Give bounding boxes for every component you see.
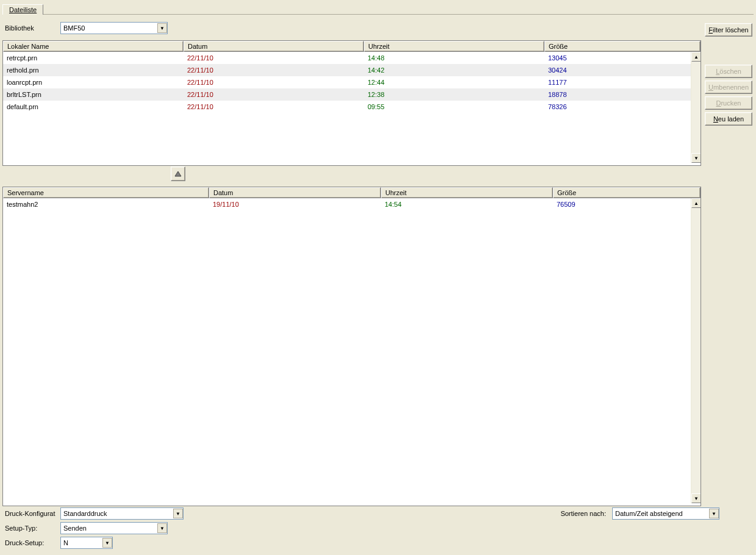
chevron-down-icon: ▼ (102, 538, 112, 548)
filter-clear-button[interactable]: Filter löschen (705, 23, 752, 37)
scroll-up-icon[interactable]: ▲ (691, 52, 701, 62)
cell-date: 22/11/10 (184, 102, 364, 112)
tab-file-list[interactable]: Dateiliste (2, 4, 43, 15)
library-combo[interactable]: BMF50 ▼ (60, 22, 168, 34)
cell-name: brltrLST.prn (3, 90, 184, 99)
col-header-date[interactable]: Datum (209, 187, 381, 198)
col-header-time[interactable]: Uhrzeit (364, 41, 544, 52)
scrollbar[interactable]: ▲ ▼ (691, 52, 701, 163)
cell-size: 18878 (544, 90, 691, 99)
cell-name: rethold.prn (3, 65, 184, 75)
cell-name: default.prn (3, 102, 184, 112)
upload-button[interactable] (171, 167, 185, 181)
scroll-down-icon[interactable]: ▼ (691, 493, 701, 503)
col-header-local-name[interactable]: Lokaler Name (3, 41, 184, 52)
sort-value: Datum/Zeit absteigend (615, 510, 683, 517)
print-config-label: Druck-Konfigurat (2, 510, 60, 517)
cell-size: 78326 (544, 102, 691, 112)
cell-size: 30424 (544, 65, 691, 75)
table-row[interactable]: retrcpt.prn22/11/1014:4813045 (3, 52, 701, 64)
local-grid-body[interactable]: retrcpt.prn22/11/1014:4813045rethold.prn… (3, 52, 701, 163)
col-header-date[interactable]: Datum (184, 41, 364, 52)
bottom-panel: Druck-Konfigurat Standarddruck ▼ Sortier… (2, 506, 754, 551)
library-label: Bibliothek (2, 24, 60, 32)
table-row[interactable]: loanrcpt.prn22/11/1012:4411177 (3, 76, 701, 88)
print-setup-combo[interactable]: N ▼ (60, 537, 113, 549)
sort-label: Sortieren nach: (560, 510, 606, 517)
delete-button[interactable]: Löschen (705, 65, 752, 78)
local-grid-header: Lokaler Name Datum Uhrzeit Größe (3, 41, 701, 52)
chevron-down-icon: ▼ (157, 523, 167, 533)
server-grid-body[interactable]: testmahn219/11/1014:5476509 ▲ ▼ (3, 198, 701, 503)
svg-marker-0 (175, 171, 181, 176)
cell-size: 11177 (544, 77, 691, 87)
scrollbar[interactable]: ▲ ▼ (691, 198, 701, 503)
table-row[interactable]: testmahn219/11/1014:5476509 (3, 198, 701, 210)
cell-date: 22/11/10 (184, 77, 364, 87)
table-row[interactable]: brltrLST.prn22/11/1012:3818878 (3, 88, 701, 101)
print-config-combo[interactable]: Standarddruck ▼ (60, 507, 184, 520)
print-setup-label: Druck-Setup: (2, 539, 60, 546)
tab-bar: Dateiliste (2, 2, 754, 15)
cell-name: loanrcpt.prn (3, 77, 184, 87)
server-grid-header: Servername Datum Uhrzeit Größe (3, 187, 701, 198)
cell-time: 12:44 (364, 77, 544, 87)
local-files-grid: Lokaler Name Datum Uhrzeit Größe retrcpt… (2, 40, 701, 166)
library-combo-value: BMF50 (63, 24, 85, 32)
chevron-down-icon: ▼ (157, 23, 167, 33)
table-row[interactable]: rethold.prn22/11/1014:4230424 (3, 64, 701, 76)
setup-type-label: Setup-Typ: (2, 525, 60, 532)
cell-time: 14:42 (364, 65, 544, 75)
cell-name: testmahn2 (3, 199, 209, 209)
print-button[interactable]: Drucken (705, 96, 752, 110)
cell-date: 22/11/10 (184, 53, 364, 63)
table-row[interactable]: default.prn22/11/1009:5578326 (3, 101, 701, 113)
cell-size: 76509 (553, 199, 691, 209)
cell-name: retrcpt.prn (3, 53, 184, 63)
cell-time: 09:55 (364, 102, 544, 112)
scroll-up-icon[interactable]: ▲ (691, 198, 701, 208)
print-setup-value: N (63, 539, 68, 546)
cell-date: 22/11/10 (184, 90, 364, 99)
scroll-down-icon[interactable]: ▼ (691, 153, 701, 163)
rename-button[interactable]: Umbenennen (705, 81, 752, 94)
cell-time: 14:54 (381, 199, 553, 209)
col-header-size[interactable]: Größe (544, 41, 701, 52)
setup-type-value: Senden (63, 525, 87, 532)
col-header-size[interactable]: Größe (553, 187, 701, 198)
triangle-up-icon (174, 170, 182, 177)
cell-size: 13045 (544, 53, 691, 63)
print-config-value: Standarddruck (63, 510, 107, 517)
cell-date: 19/11/10 (209, 199, 381, 209)
col-header-time[interactable]: Uhrzeit (381, 187, 553, 198)
chevron-down-icon: ▼ (173, 509, 183, 518)
setup-type-combo[interactable]: Senden ▼ (60, 522, 168, 534)
server-files-grid: Servername Datum Uhrzeit Größe testmahn2… (2, 187, 701, 506)
col-header-servername[interactable]: Servername (3, 187, 209, 198)
cell-time: 14:48 (364, 53, 544, 63)
cell-date: 22/11/10 (184, 65, 364, 75)
sort-combo[interactable]: Datum/Zeit absteigend ▼ (612, 507, 719, 520)
chevron-down-icon: ▼ (709, 509, 719, 518)
cell-time: 12:38 (364, 90, 544, 99)
reload-button[interactable]: Neu laden (705, 112, 752, 126)
